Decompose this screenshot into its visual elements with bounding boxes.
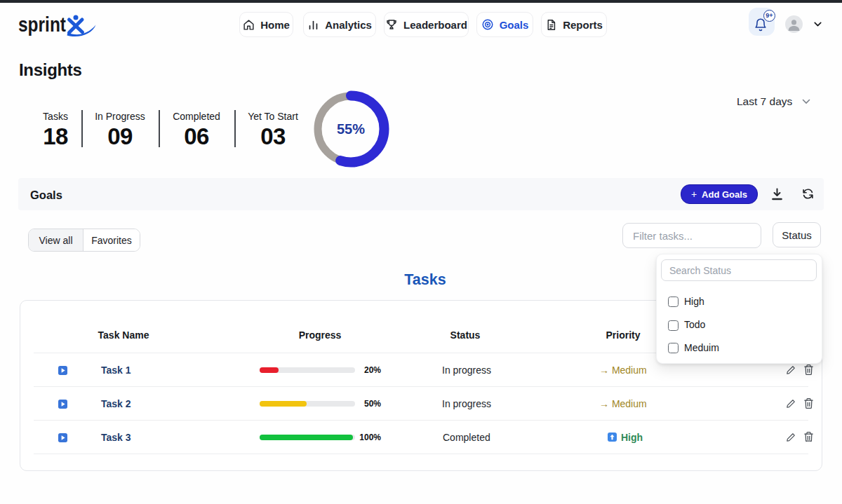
svg-text:sprint: sprint <box>18 13 66 36</box>
svg-text:55%: 55% <box>337 121 365 137</box>
